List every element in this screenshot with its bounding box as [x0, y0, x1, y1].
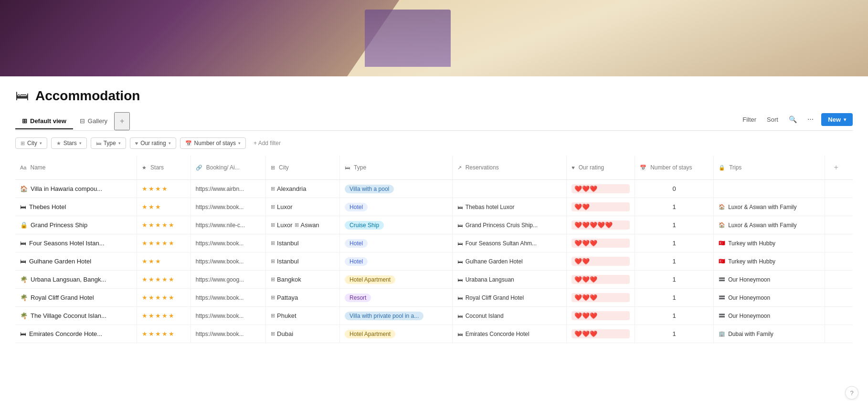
filter-button[interactable]: Filter	[740, 114, 759, 125]
type-filter-arrow: ▾	[118, 141, 121, 146]
new-button[interactable]: New ▾	[821, 113, 853, 126]
cell-reservations: 🛏Urabana Langsuan	[452, 271, 567, 289]
table-row[interactable]: 🛏Thebes Hotel★★★https://www.book...⊞Luxo…	[15, 198, 853, 216]
rating-display: ❤️❤️	[572, 257, 630, 266]
row-name-icon: 🏠	[20, 185, 28, 192]
reservations-display: 🛏Royal Cliff Grand Hotel	[457, 294, 562, 301]
city-name: Dubai	[277, 330, 293, 337]
col-res-label: Reservations	[466, 164, 499, 171]
trip-name: Luxor & Aswan with Family	[728, 204, 796, 210]
cell-name: 🌴Urbana Langsuan, Bangk...	[15, 271, 137, 289]
page-title-icon: 🛏	[15, 88, 29, 104]
row-name-icon: 🔒	[20, 221, 28, 229]
col-header-trips[interactable]: 🔒 Trips	[714, 156, 825, 180]
col-numstays-label: Number of stays	[650, 164, 692, 171]
filter-chip-stars[interactable]: ★ Stars ▾	[51, 137, 87, 149]
cell-booking[interactable]: https://www.airbn...	[191, 180, 265, 198]
col-header-booking[interactable]: 🔗 Booking/ Ai...	[191, 156, 265, 180]
tab-gallery[interactable]: ⊟ Gallery	[73, 114, 114, 129]
cell-booking[interactable]: https://www.book...	[191, 325, 265, 343]
city-icon: ⊞	[295, 222, 299, 228]
reservation-name: Thebas hotel Luxor	[466, 204, 515, 210]
trip-name: Our Honeymoon	[728, 294, 770, 301]
filter-chip-city[interactable]: ⊞ City ▾	[15, 137, 47, 149]
tab-default-view[interactable]: ⊞ Default view	[15, 114, 73, 129]
cell-extra	[825, 325, 853, 343]
cell-booking[interactable]: https://www.goog...	[191, 271, 265, 289]
cell-stars: ★★★	[137, 198, 191, 216]
row-name: Grand Princess Ship	[31, 221, 87, 229]
booking-link[interactable]: https://www.book...	[196, 331, 244, 337]
cell-type: Hotel	[340, 198, 453, 216]
table-row[interactable]: 🌴The Village Coconut Islan...★★★★★https:…	[15, 307, 853, 325]
booking-link[interactable]: https://www.book...	[196, 258, 244, 265]
type-badge: Cruise Ship	[345, 221, 384, 230]
cell-type: Hotel	[340, 252, 453, 271]
rating-display: ❤️❤️❤️	[572, 311, 630, 320]
res-icon: 🛏	[457, 295, 463, 301]
col-trips-label: Trips	[729, 164, 741, 171]
filter-chip-numstays[interactable]: 📅 Number of stays ▾	[180, 137, 246, 149]
city-display: ⊞Istanbul	[271, 258, 335, 265]
add-view-button[interactable]: +	[114, 112, 130, 130]
cell-booking[interactable]: https://www.nile-c...	[191, 216, 265, 234]
cell-booking[interactable]: https://www.book...	[191, 198, 265, 216]
booking-link[interactable]: https://www.goog...	[196, 276, 244, 283]
booking-link[interactable]: https://www.book...	[196, 294, 244, 301]
cell-booking[interactable]: https://www.book...	[191, 289, 265, 307]
booking-link[interactable]: https://www.airbn...	[196, 186, 244, 192]
col-booking-icon: 🔗	[196, 165, 202, 171]
gallery-icon: ⊟	[80, 117, 85, 125]
col-header-reservations[interactable]: ↗ Reservations	[452, 156, 567, 180]
cell-city: ⊞Istanbul	[266, 252, 340, 271]
row-name-icon: 🛏	[20, 203, 26, 210]
trips-icon: 🟰	[719, 294, 725, 301]
cell-booking[interactable]: https://www.book...	[191, 234, 265, 252]
add-column-button[interactable]: +	[830, 159, 842, 176]
search-button[interactable]: 🔍	[786, 114, 800, 125]
reservation-name: Urabana Langsuan	[466, 276, 514, 283]
cell-booking[interactable]: https://www.book...	[191, 252, 265, 271]
cell-extra	[825, 234, 853, 252]
view-tabs: ⊞ Default view ⊟ Gallery + Filter Sort 🔍…	[15, 112, 853, 131]
cell-city: ⊞Dubai	[266, 325, 340, 343]
cell-booking[interactable]: https://www.book...	[191, 307, 265, 325]
filter-chip-type[interactable]: 🛏 Type ▾	[91, 137, 126, 149]
table-row[interactable]: 🏠Villa in Hawaria compou...★★★★https://w…	[15, 180, 853, 198]
col-header-numstays[interactable]: 📅 Number of stays	[635, 156, 714, 180]
table-row[interactable]: 🛏Gulhane Garden Hotel★★★https://www.book…	[15, 252, 853, 271]
stars-display: ★★★	[142, 258, 186, 265]
numstays-filter-arrow: ▾	[238, 141, 241, 146]
add-filter-button[interactable]: + Add filter	[250, 138, 285, 148]
table-row[interactable]: 🔒Grand Princess Ship★★★★★https://www.nil…	[15, 216, 853, 234]
cell-name: 🌴Royal Cliff Grand Hotel	[15, 289, 137, 307]
col-header-stars[interactable]: ★ Stars	[137, 156, 191, 180]
col-header-ourrating[interactable]: ♥ Our rating	[567, 156, 635, 180]
cell-reservations: 🛏Coconut Island	[452, 307, 567, 325]
col-name-icon: Aa	[20, 165, 26, 170]
cell-reservations: 🛏Emirates Concorde Hotel	[452, 325, 567, 343]
more-options-button[interactable]: ···	[804, 113, 816, 126]
booking-link[interactable]: https://www.book...	[196, 240, 244, 247]
city-name: Istanbul	[277, 258, 299, 265]
cell-city: ⊞Istanbul	[266, 234, 340, 252]
filter-chip-ourrating[interactable]: ♥ Our rating ▾	[130, 137, 176, 149]
col-header-type[interactable]: 🛏 Type	[340, 156, 453, 180]
stars-display: ★★★★★	[142, 330, 186, 337]
city-name: Istanbul	[277, 240, 299, 247]
cell-numstays: 1	[635, 325, 714, 343]
table-row[interactable]: 🛏Emirates Concorde Hote...★★★★★https://w…	[15, 325, 853, 343]
table-row[interactable]: 🛏Four Seasons Hotel Istan...★★★★★https:/…	[15, 234, 853, 252]
trips-icon: 🏠	[719, 222, 725, 228]
booking-link[interactable]: https://www.book...	[196, 313, 244, 319]
table-row[interactable]: 🌴Royal Cliff Grand Hotel★★★★★https://www…	[15, 289, 853, 307]
sort-button[interactable]: Sort	[764, 114, 781, 125]
table-row[interactable]: 🌴Urbana Langsuan, Bangk...★★★★★https://w…	[15, 271, 853, 289]
row-name-icon: 🌴	[20, 294, 28, 301]
col-header-city[interactable]: ⊞ City	[266, 156, 340, 180]
col-add-button-header[interactable]: +	[825, 156, 853, 180]
col-header-name[interactable]: Aa Name	[15, 156, 137, 180]
table-icon: ⊞	[22, 117, 27, 125]
booking-link[interactable]: https://www.nile-c...	[196, 222, 245, 229]
booking-link[interactable]: https://www.book...	[196, 204, 244, 210]
